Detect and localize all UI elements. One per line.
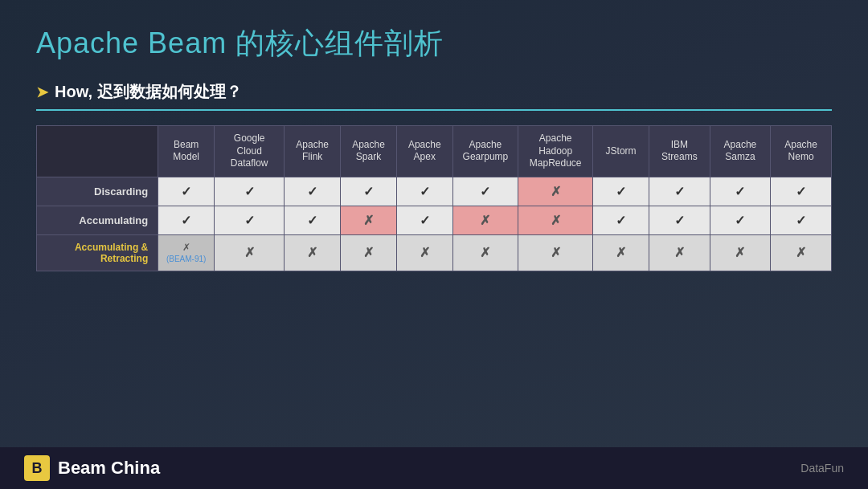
table-cell: ✗ (593, 234, 649, 271)
subtitle-text: How, 迟到数据如何处理？ (55, 81, 242, 103)
table-cell: ✓ (341, 177, 397, 206)
col-header-flink: ApacheFlink (285, 126, 341, 177)
col-header-google-cloud: GoogleCloudDataflow (215, 126, 285, 177)
table-cell: ✓ (593, 177, 649, 206)
table-cell: ✓ (285, 206, 341, 234)
col-header-apex: ApacheApex (396, 126, 452, 177)
col-header-beam-model: BeamModel (158, 126, 215, 177)
table-cell: ✗ (518, 234, 593, 271)
table-cell: ✓ (158, 206, 215, 234)
col-header-empty (37, 126, 158, 177)
col-header-jstorm: JStorm (593, 126, 649, 177)
table-cell: ✗ (215, 234, 285, 271)
table-cell: ✗ (518, 177, 593, 206)
table-cell: ✗ (341, 206, 397, 234)
slide-content: Apache Beam 的核心组件剖析 ➤ How, 迟到数据如何处理？ Bea… (0, 0, 868, 287)
table-cell: ✓ (649, 177, 710, 206)
table-cell: ✓ (649, 206, 710, 234)
table-cell: ✓ (771, 206, 832, 234)
row-label: Accumulating (37, 206, 158, 234)
table-row: Discarding✓✓✓✓✓✓✗✓✓✓✓ (37, 177, 832, 206)
footer-brand: B Beam China (24, 455, 160, 481)
subtitle-arrow: ➤ (36, 84, 48, 101)
slide: Apache Beam 的核心组件剖析 ➤ How, 迟到数据如何处理？ Bea… (0, 0, 868, 489)
footer-brand-name: Beam China (58, 458, 160, 479)
table-cell: ✓ (285, 177, 341, 206)
table-cell: ✗ (341, 234, 397, 271)
table-cell: ✗ (452, 234, 518, 271)
table-cell: ✗ (452, 206, 518, 234)
col-header-spark: ApacheSpark (341, 126, 397, 177)
table-row: Accumulating✓✓✓✗✓✗✗✓✓✓✓ (37, 206, 832, 234)
table-cell: ✓ (396, 177, 452, 206)
footer-datafun: DataFun (800, 462, 844, 475)
table-cell: ✓ (215, 206, 285, 234)
table-cell: ✓ (158, 177, 215, 206)
table-cell: ✗ (649, 234, 710, 271)
table-cell: ✗ (710, 234, 771, 271)
table-cell: ✓ (215, 177, 285, 206)
col-header-nemo: ApacheNemo (771, 126, 832, 177)
table-cell: ✓ (710, 177, 771, 206)
comparison-table-wrapper: BeamModel GoogleCloudDataflow ApacheFlin… (36, 125, 832, 271)
row-label: Discarding (37, 177, 158, 206)
table-row: Accumulating & Retracting✗(BEAM-91)✗✗✗✗✗… (37, 234, 832, 271)
table-cell: ✗(BEAM-91) (158, 234, 215, 271)
footer-logo: B (24, 455, 50, 481)
table-cell: ✗ (396, 234, 452, 271)
slide-title: Apache Beam 的核心组件剖析 (36, 24, 832, 63)
table-cell: ✓ (710, 206, 771, 234)
col-header-ibm: IBMStreams (649, 126, 710, 177)
col-header-samza: ApacheSamza (710, 126, 771, 177)
table-cell: ✓ (771, 177, 832, 206)
table-cell: ✓ (452, 177, 518, 206)
table-header-row: BeamModel GoogleCloudDataflow ApacheFlin… (37, 126, 832, 177)
subtitle-row: ➤ How, 迟到数据如何处理？ (36, 81, 832, 111)
table-cell: ✗ (285, 234, 341, 271)
table-cell: ✓ (396, 206, 452, 234)
footer: B Beam China DataFun (0, 447, 868, 489)
comparison-table: BeamModel GoogleCloudDataflow ApacheFlin… (36, 125, 832, 271)
table-cell: ✗ (771, 234, 832, 271)
table-cell: ✗ (518, 206, 593, 234)
row-label: Accumulating & Retracting (37, 234, 158, 271)
table-cell: ✓ (593, 206, 649, 234)
col-header-hadoop: ApacheHadoopMapReduce (518, 126, 593, 177)
col-header-gearpump: ApacheGearpump (452, 126, 518, 177)
